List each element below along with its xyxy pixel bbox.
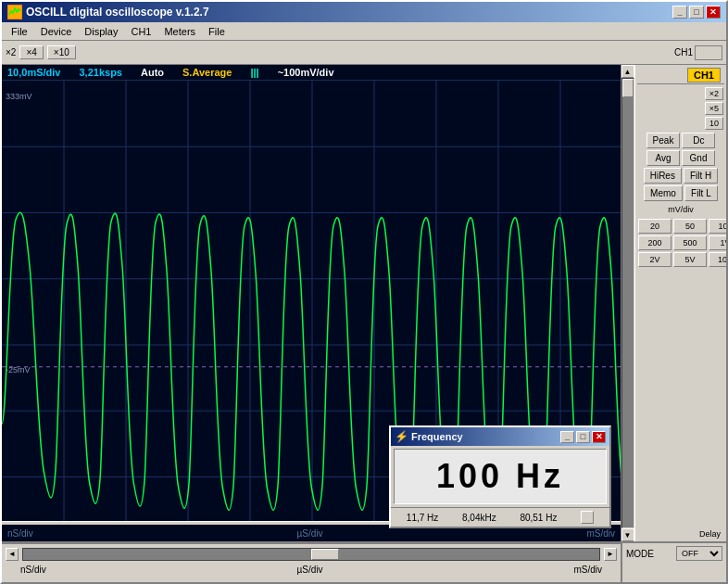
freq-value: 100 Hz <box>406 457 595 496</box>
ms-div-label: mS/div <box>573 565 602 575</box>
title-bar: OSCILL digital oscilloscope v.1.2.7 _ □ … <box>2 2 726 22</box>
freq-icon: ⚡ <box>395 430 408 443</box>
mv200-button[interactable]: 200 <box>638 235 672 250</box>
zoom-x4[interactable]: ×4 <box>19 45 43 59</box>
time-label-us: µS/div <box>297 528 323 539</box>
h-scroll-track[interactable] <box>22 548 600 561</box>
peak-button[interactable]: Peak <box>646 133 681 148</box>
time-per-div: 10,0mS/div <box>7 67 60 78</box>
hires-button[interactable]: HiRes <box>644 168 682 184</box>
ch1-combo[interactable] <box>695 45 722 60</box>
freq-minimize-button[interactable]: _ <box>560 431 574 443</box>
menu-bar: File Device Display CH1 Meters File <box>2 22 726 41</box>
freq-sub-bar: 11,7 Hz 8,04kHz 80,51 Hz <box>391 507 609 527</box>
h-scrollbar: ◄ ► <box>2 543 621 564</box>
vscroll-track[interactable] <box>621 78 634 528</box>
toolbar: ×2 ×4 ×10 CH1 <box>2 41 726 65</box>
vscroll-down-button[interactable]: ▼ <box>621 528 634 541</box>
sample-rate: 3,21ksps <box>79 67 121 78</box>
time-labels-row: nS/div µS/div mS/div <box>2 564 621 576</box>
title-icon <box>7 5 22 19</box>
main-window: OSCILL digital oscilloscope v.1.2.7 _ □ … <box>0 0 728 584</box>
vscroll-thumb[interactable] <box>622 79 634 97</box>
maximize-button[interactable]: □ <box>689 6 704 19</box>
mv500-button[interactable]: 500 <box>673 235 707 250</box>
menu-file[interactable]: File <box>6 25 33 38</box>
freq-title-bar: ⚡ Frequency _ □ ✕ <box>391 427 609 446</box>
toolbar-ch1: ×2 <box>6 47 16 57</box>
ch1-indicator-label: CH1 <box>674 47 693 57</box>
ns-div-label: nS/div <box>20 565 46 575</box>
mv1v-button[interactable]: 1V <box>709 235 726 250</box>
bottom-area: ◄ ► nS/div µS/div mS/div MODE OFF ON <box>2 541 726 582</box>
memo-button[interactable]: Memo <box>644 185 683 201</box>
menu-display[interactable]: Display <box>79 25 123 38</box>
v-per-div: ~100mV/div <box>278 67 334 78</box>
averaging-mode: S.Average <box>182 67 232 78</box>
h-scroll-right[interactable]: ► <box>604 548 617 561</box>
freq-window-buttons: _ □ ✕ <box>560 431 606 443</box>
mult-x2-button[interactable]: ×2 <box>705 87 723 100</box>
freq-close-button[interactable]: ✕ <box>592 431 606 443</box>
title-buttons: _ □ ✕ <box>672 6 721 19</box>
menu-ch1[interactable]: CH1 <box>125 25 157 38</box>
mv100-button[interactable]: 100 <box>709 219 726 234</box>
mode-label: MODE <box>626 549 654 559</box>
avg-button[interactable]: Avg <box>646 150 680 166</box>
time-label-ms: mS/div <box>586 528 615 539</box>
svg-text:-25mV: -25mV <box>6 365 31 375</box>
freq-title: Frequency <box>411 431 463 442</box>
mv50-button[interactable]: 50 <box>673 219 707 234</box>
mv-div-buttons: 20 50 100 200 500 1V 2V 5V 10V <box>637 218 724 268</box>
freq-display: 100 Hz <box>394 449 607 504</box>
mult-10-button[interactable]: 10 <box>705 117 723 130</box>
mult-x5-button[interactable]: ×5 <box>705 102 723 115</box>
menu-device[interactable]: Device <box>35 25 78 38</box>
freq-maximize-button[interactable]: □ <box>576 431 590 443</box>
scope-vscroll: ▲ ▼ <box>621 65 634 541</box>
filt-l-button[interactable]: Filt L <box>684 185 718 201</box>
delay-label: Delay <box>637 528 724 540</box>
gnd-button[interactable]: Gnd <box>682 150 715 166</box>
menu-file2[interactable]: File <box>203 25 231 38</box>
h-scroll-thumb[interactable] <box>311 549 339 560</box>
h-scroll-left[interactable]: ◄ <box>6 548 19 561</box>
mv2v-button[interactable]: 2V <box>638 252 672 267</box>
freq-sub-button[interactable] <box>581 511 594 524</box>
menu-meters[interactable]: Meters <box>158 25 201 38</box>
mode-area: MODE OFF ON <box>621 541 726 582</box>
right-panel: CH1 ×2 ×5 10 Peak Dc Avg Gnd <box>634 65 726 541</box>
vscroll-up-button[interactable]: ▲ <box>621 65 634 78</box>
window-title: OSCILL digital oscilloscope v.1.2.7 <box>26 6 209 19</box>
mode-select[interactable]: OFF ON <box>676 546 722 561</box>
trigger-mode: Auto <box>141 67 164 78</box>
mode-row: MODE OFF ON <box>626 546 722 561</box>
content-area: 10,0mS/div 3,21ksps Auto S.Average ||| ~… <box>2 65 726 541</box>
scope-status: 10,0mS/div 3,21ksps Auto S.Average ||| ~… <box>2 65 621 81</box>
trigger-level-indicator: ||| <box>250 67 258 78</box>
zoom-x10[interactable]: ×10 <box>47 45 76 59</box>
filt-h-button[interactable]: Filt H <box>684 168 718 184</box>
ch1-label: CH1 <box>687 68 721 83</box>
close-button[interactable]: ✕ <box>706 6 721 19</box>
mv20-button[interactable]: 20 <box>638 219 672 234</box>
mv5v-button[interactable]: 5V <box>673 252 707 267</box>
freq-min: 11,7 Hz <box>407 513 438 523</box>
bottom-status: ◄ ► nS/div µS/div mS/div <box>2 541 621 582</box>
dc-button[interactable]: Dc <box>682 133 715 148</box>
svg-text:333mV: 333mV <box>6 92 32 101</box>
ch1-panel-header: CH1 <box>637 67 724 84</box>
frequency-window: ⚡ Frequency _ □ ✕ 100 Hz 11,7 Hz 8,04kHz… <box>389 425 611 528</box>
time-label-ns: nS/div <box>7 528 33 539</box>
mv-div-label: mV/div <box>637 205 724 214</box>
freq-avg: 8,04kHz <box>462 513 496 523</box>
mv10v-button[interactable]: 10V <box>709 252 726 267</box>
minimize-button[interactable]: _ <box>672 6 687 19</box>
freq-max: 80,51 Hz <box>520 513 557 523</box>
us-div-label: µS/div <box>297 565 323 575</box>
